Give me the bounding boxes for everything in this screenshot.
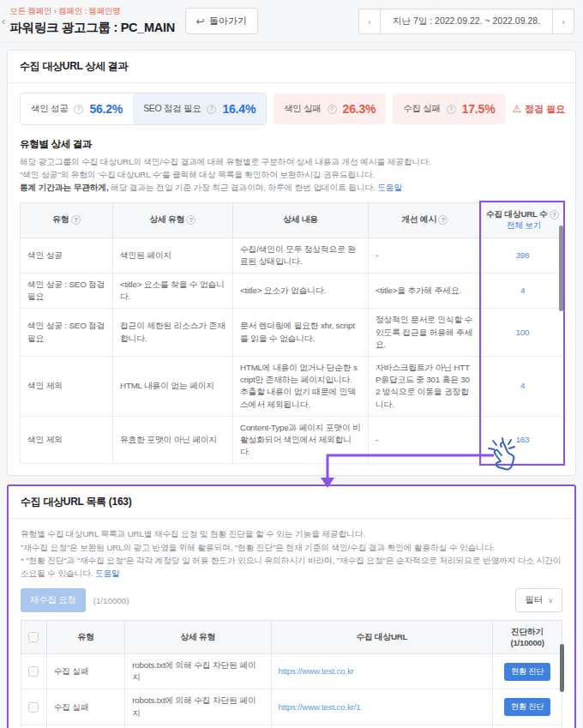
url-count-link[interactable]: 398 [516, 250, 530, 260]
info-icon[interactable]: ? [447, 105, 456, 114]
subtype-cell: 색인된 페이지 [113, 238, 233, 273]
subtype-cell: HTML 내용이 없는 페이지 [113, 356, 233, 416]
url-cell: https://www.test.co.kr/2 [271, 725, 493, 728]
type-cell: 색인 제외 [21, 356, 113, 416]
back-button-label: 돌아가기 [209, 15, 247, 27]
recollect-button[interactable]: 재수집 요청 [21, 588, 86, 612]
row-checkbox[interactable] [28, 702, 39, 713]
info-icon[interactable]: ? [328, 105, 337, 114]
between-panels [7, 476, 576, 484]
summary-table: 유형 ?상세 유형 ?상세 내용개선 예시 ?수집 대상URL 수 ?전체 보기… [20, 202, 564, 465]
summary-panel: 수집 대상URL 상세 결과 색인 성공 ? 56.2% SEO 점검 필요 ?… [7, 50, 576, 476]
back-button[interactable]: ↩ 돌아가기 [185, 8, 258, 34]
column-header-label: 유형 [52, 214, 69, 224]
info-icon[interactable]: ? [71, 215, 81, 225]
url-table-wrap: 유형상세 유형수집 대상URL진단하기 (1/10000) 수집 실패robot… [21, 620, 562, 728]
summary-desc-rest: 해당 결과는 전일 기준 가장 최근 결과이며, 하루에 한번 업데이트 됩니다… [109, 183, 376, 192]
content-cell: 문서 렌더링에 필요한 xhr, script를 읽을 수 없습니다. [233, 309, 369, 357]
date-range-button[interactable]: 지난 7일 : 2022.09.22. ~ 2022.09.28. [381, 9, 552, 34]
table-row: 색인 성공색인된 페이지수집/색인이 모두 정상적으로 완료된 상태입니다.-3… [21, 238, 564, 273]
view-all-link[interactable]: 전체 보기 [507, 220, 541, 230]
date-prev-button[interactable]: ‹ [358, 9, 381, 34]
top-bar: ‹ 모든 캠페인 › 캠페인 : 캠페인명 파워링크 광고그룹 : PC_MAI… [0, 0, 583, 43]
back-arrow-icon: ↩ [196, 15, 205, 27]
breadcrumb[interactable]: 모든 캠페인 › 캠페인 : 캠페인명 [9, 6, 174, 17]
column-header: 수집 대상URL 수 ?전체 보기 [482, 202, 564, 238]
subtype-cell: robots.txt에 의해 수집 차단된 페이지 [125, 725, 271, 728]
diagnose-button[interactable]: 현황 진단 [504, 698, 550, 716]
stat-label: 색인 실패 [284, 103, 321, 115]
info-icon[interactable]: ? [74, 105, 83, 114]
select-all-checkbox[interactable] [28, 632, 39, 642]
url-link[interactable]: https://www.test.co.kr/1 [279, 702, 361, 712]
summary-panel-title: 수집 대상URL 상세 결과 [8, 51, 575, 83]
subtype-cell: robots.txt에 의해 수집 차단된 페이지 [125, 689, 271, 725]
recollect-quota: (1/10000) [93, 596, 129, 605]
url-count-link[interactable]: 4 [520, 381, 525, 390]
info-icon[interactable]: ? [550, 210, 559, 220]
help-link[interactable]: 도움말 [377, 183, 402, 192]
click-cursor-icon [484, 435, 521, 476]
stat-index-success: 색인 성공 ? 56.2% [21, 93, 133, 124]
summary-desc-line2: "색인 성공"외 유형의 '수집 대상URL 수'를 클릭해 대상 목록을 확인… [20, 168, 563, 181]
diagnose-cell: 현황 진단 [493, 725, 562, 728]
url-table-scrollbar[interactable] [560, 644, 564, 692]
info-icon[interactable]: ? [438, 215, 448, 225]
type-detail-heading: 유형별 상세 결과 [8, 133, 575, 155]
url-list-desc-line1: 유형별 수집 대상URL 목록과 URL별 재수집 요청 및 현황 진단을 할 … [21, 527, 562, 540]
warning-icon: ⚠ [512, 103, 521, 115]
check-needed-label: 점검 필요 [525, 103, 565, 116]
chevron-down-icon: ∨ [548, 597, 553, 605]
type-cell: 수집 실패 [46, 725, 124, 728]
page-title: 파워링크 광고그룹 : PC_MAIN [9, 20, 174, 36]
url-table: 유형상세 유형수집 대상URL진단하기 (1/10000) 수집 실패robot… [21, 620, 562, 728]
info-icon[interactable]: ? [186, 215, 195, 225]
column-header: 진단하기 (1/10000) [493, 621, 562, 654]
subtype-cell: robots.txt에 의해 수집 차단된 페이지 [125, 654, 271, 689]
url-table-body: 수집 실패robots.txt에 의해 수집 차단된 페이지https://ww… [21, 654, 562, 728]
stat-label: SEO 점검 필요 [143, 103, 201, 115]
select-all-header [21, 621, 47, 654]
type-cell: 색인 성공 [21, 238, 113, 273]
diagnose-button[interactable]: 현황 진단 [504, 663, 550, 681]
sidebar-collapse-icon[interactable]: ‹ [0, 15, 9, 27]
url-cell: https://www.test.co.kr [271, 654, 493, 689]
type-cell: 색인 성공 : SEO 점검필요 [21, 273, 113, 308]
checkbox-cell [21, 689, 47, 725]
date-next-button[interactable]: › [552, 9, 574, 34]
summary-desc-bold: 통계 기간과는 무관하게, [20, 183, 109, 192]
url-count-link[interactable]: 4 [520, 286, 525, 295]
index-success-group: 색인 성공 ? 56.2% SEO 점검 필요 ? 16.4% [20, 93, 267, 125]
url-list-desc: 유형별 수집 대상URL 목록과 URL별 재수집 요청 및 현황 진단을 할 … [9, 519, 574, 580]
filter-button[interactable]: 필터 ∨ [515, 588, 562, 612]
url-count-cell: 4 [482, 356, 564, 416]
summary-desc-line3: 통계 기간과는 무관하게, 해당 결과는 전일 기준 가장 최근 결과이며, 하… [20, 181, 563, 194]
stat-collect-fail: 수집 실패 ? 17.5% [393, 93, 505, 124]
type-cell: 수집 실패 [46, 689, 124, 725]
table-row: 색인 성공 : SEO 점검필요접근이 제한된 리소스가 존재합니다.문서 렌더… [21, 309, 564, 357]
url-count-cell: 4 [482, 273, 564, 308]
subtype-cell: 유효한 포맷이 아닌 페이지 [113, 416, 233, 464]
url-count-link[interactable]: 100 [516, 328, 530, 337]
example-cell: 정상적인 문서로 인식할 수 있도록 접근을 허용해 주세요. [369, 309, 482, 357]
table-row: 수집 실패robots.txt에 의해 수집 차단된 페이지https://ww… [21, 689, 562, 725]
stat-value: 17.5% [462, 102, 496, 116]
url-link[interactable]: https://www.test.co.kr [279, 666, 354, 676]
summary-table-header-row: 유형 ?상세 유형 ?상세 내용개선 예시 ?수집 대상URL 수 ?전체 보기 [21, 202, 564, 238]
url-list-desc-line2: "재수집 요청"은 보완된 URL의 광고 반영을 위해 활용되며, "현황 진… [21, 541, 562, 554]
summary-desc-line1: 해당 광고그룹의 수집 대상URL의 색인/수집 결과에 대해 유형별로 구분하… [20, 155, 563, 168]
row-checkbox[interactable] [28, 666, 39, 677]
stat-index-fail: 색인 실패 ? 26.3% [273, 93, 386, 124]
title-block: 모든 캠페인 › 캠페인 : 캠페인명 파워링크 광고그룹 : PC_MAIN [9, 6, 174, 36]
stat-seo-check: SEO 점검 필요 ? 16.4% [133, 93, 266, 124]
summary-table-scrollbar[interactable] [559, 226, 563, 311]
help-link[interactable]: 도움말 [95, 569, 120, 578]
example-cell: <title>을 추가해 주세요. [369, 273, 482, 308]
date-range-nav: ‹ 지난 7일 : 2022.09.22. ~ 2022.09.28. › [358, 9, 574, 34]
column-header: 유형 ? [21, 202, 113, 238]
table-row: 색인 성공 : SEO 점검필요<title> 요소를 찾을 수 없습니다.<t… [21, 273, 564, 308]
info-icon[interactable]: ? [207, 105, 216, 114]
summary-table-wrap: 유형 ?상세 유형 ?상세 내용개선 예시 ?수집 대상URL 수 ?전체 보기… [20, 202, 563, 465]
url-list-desc-line3: * "현황 진단"과 "재수집 요청"은 각각 계정당 일 허용 한도가 있으니… [21, 554, 562, 580]
stat-value: 56.2% [89, 102, 123, 116]
